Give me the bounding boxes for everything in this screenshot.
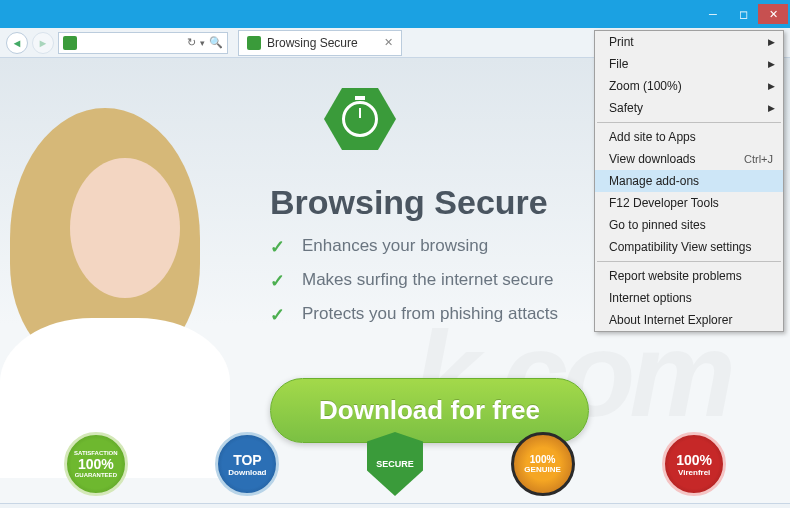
menu-item-safety[interactable]: Safety▶ [595, 97, 783, 119]
menu-item-report-problems[interactable]: Report website problems [595, 265, 783, 287]
tools-menu: Print▶ File▶ Zoom (100%)▶ Safety▶ Add si… [594, 30, 784, 332]
feature-text: Protects you from phishing attacts [302, 304, 558, 324]
dropdown-icon[interactable]: ▾ [200, 38, 205, 48]
badge-genuine: 100% GENUINE [511, 432, 575, 496]
menu-item-print[interactable]: Print▶ [595, 31, 783, 53]
check-icon: ✓ [270, 270, 292, 292]
tab-close-icon[interactable]: ✕ [384, 36, 393, 49]
refresh-icon[interactable]: ↻ [187, 36, 196, 49]
feature-list: ✓ Enhances your browsing ✓ Makes surfing… [270, 236, 558, 326]
search-icon[interactable]: 🔍 [209, 36, 223, 49]
badge-virenfrei: 100% Virenfrei [662, 432, 726, 496]
check-icon: ✓ [270, 304, 292, 326]
shortcut-label: Ctrl+J [744, 153, 773, 165]
site-favicon [63, 36, 77, 50]
feature-text: Makes surfing the internet secure [302, 270, 553, 290]
address-bar[interactable]: ↻ ▾ 🔍 [58, 32, 228, 54]
menu-item-add-site-to-apps[interactable]: Add site to Apps [595, 126, 783, 148]
status-bar [0, 503, 790, 508]
maximize-button[interactable]: ◻ [728, 4, 758, 24]
submenu-arrow-icon: ▶ [768, 81, 775, 91]
close-button[interactable]: ✕ [758, 4, 788, 24]
submenu-arrow-icon: ▶ [768, 103, 775, 113]
minimize-button[interactable]: ─ [698, 4, 728, 24]
back-button[interactable]: ◄ [6, 32, 28, 54]
page-headline: Browsing Secure [270, 183, 548, 222]
tab-title: Browsing Secure [267, 36, 358, 50]
submenu-arrow-icon: ▶ [768, 37, 775, 47]
menu-item-internet-options[interactable]: Internet options [595, 287, 783, 309]
product-logo [324, 88, 396, 168]
feature-item: ✓ Protects you from phishing attacts [270, 304, 558, 326]
menu-item-view-downloads[interactable]: View downloadsCtrl+J [595, 148, 783, 170]
submenu-arrow-icon: ▶ [768, 59, 775, 69]
menu-item-manage-addons[interactable]: Manage add-ons [595, 170, 783, 192]
badge-top-download: TOP Download [215, 432, 279, 496]
stopwatch-icon [342, 101, 378, 137]
feature-text: Enhances your browsing [302, 236, 488, 256]
badge-secure: SECURE [367, 432, 423, 496]
browser-tab[interactable]: Browsing Secure ✕ [238, 30, 402, 56]
menu-item-compat-view[interactable]: Compatibility View settings [595, 236, 783, 258]
feature-item: ✓ Makes surfing the internet secure [270, 270, 558, 292]
trust-badges-row: SATISFACTION 100% GUARANTEED TOP Downloa… [0, 429, 790, 499]
check-icon: ✓ [270, 236, 292, 258]
menu-item-file[interactable]: File▶ [595, 53, 783, 75]
hero-image-woman [0, 98, 240, 448]
feature-item: ✓ Enhances your browsing [270, 236, 558, 258]
window-titlebar: ─ ◻ ✕ [0, 0, 790, 28]
menu-separator [597, 122, 781, 123]
menu-separator [597, 261, 781, 262]
menu-item-about-ie[interactable]: About Internet Explorer [595, 309, 783, 331]
menu-item-f12-tools[interactable]: F12 Developer Tools [595, 192, 783, 214]
badge-satisfaction: SATISFACTION 100% GUARANTEED [64, 432, 128, 496]
forward-button[interactable]: ► [32, 32, 54, 54]
tab-favicon [247, 36, 261, 50]
menu-item-pinned-sites[interactable]: Go to pinned sites [595, 214, 783, 236]
menu-item-zoom[interactable]: Zoom (100%)▶ [595, 75, 783, 97]
